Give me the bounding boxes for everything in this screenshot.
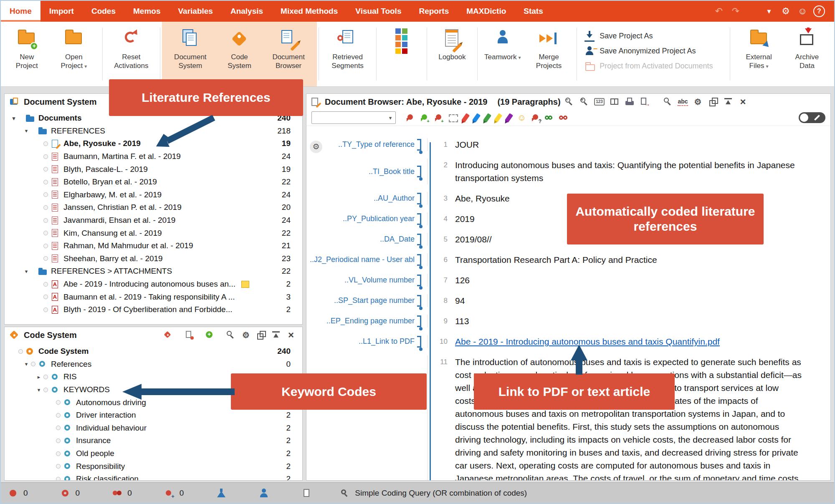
selection-rectangle-icon[interactable] <box>448 113 458 123</box>
emoticode-smiley-icon[interactable] <box>516 113 527 123</box>
document-tree-row[interactable]: Janssen, Christian P. et al. - 2019 20 <box>5 201 302 214</box>
redo-icon[interactable] <box>727 4 744 18</box>
coded-segments-counter[interactable]: 0 <box>164 488 184 498</box>
paragraph-text[interactable]: Transportation Research Part A: Policy a… <box>455 253 830 266</box>
coded-document-icon[interactable] <box>183 329 195 341</box>
code-tree-row[interactable]: Risk classification 2 <box>5 473 302 481</box>
activation-dot-icon[interactable] <box>43 180 48 184</box>
activation-dot-icon[interactable] <box>31 362 35 366</box>
paragraph-text[interactable]: 126 <box>455 274 830 287</box>
code-stripe-label[interactable]: ..L1_Link to PDF <box>306 337 415 346</box>
menu-tab[interactable]: Home <box>1 1 40 22</box>
expand-chevron-icon[interactable] <box>22 128 30 134</box>
teamwork-button[interactable]: Teamwork <box>481 22 524 86</box>
code-in-vivo-icon[interactable]: + <box>433 113 444 123</box>
retrieved-segments-button[interactable]: Retrieved Segments <box>322 22 373 86</box>
save-anonymized-button[interactable]: Save Anonymized Project As <box>584 43 722 58</box>
expand-chevron-icon[interactable] <box>10 115 18 121</box>
search-icon[interactable] <box>662 96 674 108</box>
close-panel-icon[interactable] <box>285 329 297 341</box>
code-stripe-label[interactable]: ..VL_Volume number <box>306 276 415 285</box>
settings-gear-icon[interactable] <box>777 4 794 18</box>
document-tree-row[interactable]: Baumann et al. - 2019 - Taking responsib… <box>5 290 302 303</box>
document-tree-row[interactable]: REFERENCES > ATTACHMENTS 22 <box>5 265 302 278</box>
code-query-icon[interactable]: ? <box>530 113 541 123</box>
highlighter-green-icon[interactable] <box>483 113 491 123</box>
expand-chevron-icon[interactable] <box>35 387 43 393</box>
display-options-icon[interactable] <box>593 96 606 108</box>
menu-tab[interactable]: Analysis <box>222 1 272 22</box>
activation-dot-icon[interactable] <box>56 400 61 405</box>
remove-link-icon[interactable] <box>559 113 569 123</box>
code-stripe-label[interactable]: ..EP_Ending page number <box>306 317 415 325</box>
archive-data-button[interactable]: Archive Data <box>784 22 830 86</box>
activated-codes-counter[interactable]: 0 <box>61 488 80 498</box>
code-bracket-icon[interactable] <box>417 193 421 204</box>
activation-dot-icon[interactable] <box>56 413 61 418</box>
code-matrix-icon[interactable] <box>162 329 175 341</box>
expand-chevron-icon[interactable] <box>22 361 30 367</box>
menu-tab[interactable]: Import <box>40 1 83 22</box>
maximize-panel-icon[interactable] <box>722 96 734 108</box>
code-stripe-label[interactable]: ..TY_Type of reference <box>306 140 415 149</box>
expand-chevron-icon[interactable] <box>35 374 43 380</box>
activation-dot-icon[interactable] <box>43 192 48 197</box>
feedback-smiley-icon[interactable] <box>794 4 811 18</box>
code-bracket-icon[interactable] <box>417 254 421 266</box>
highlighter-purple-icon[interactable] <box>505 113 513 123</box>
menu-tab[interactable]: Reports <box>410 1 458 22</box>
document-tree-row[interactable]: Baumann, Martina F. et al. - 2019 24 <box>5 150 302 163</box>
settings-gear-icon[interactable] <box>692 96 704 108</box>
code-stripe-label[interactable]: ..AU_Author <box>306 194 415 203</box>
close-panel-icon[interactable] <box>737 96 749 108</box>
activation-dot-icon[interactable] <box>43 295 48 299</box>
activation-dot-icon[interactable] <box>18 349 23 354</box>
document-system-button[interactable]: Document System <box>165 22 216 86</box>
code-bracket-icon[interactable] <box>417 315 421 327</box>
code-tree-row[interactable]: Old people 2 <box>5 447 302 460</box>
menu-tab[interactable]: Variables <box>169 1 221 22</box>
activation-dot-icon[interactable] <box>43 218 48 223</box>
spellcheck-icon[interactable] <box>677 96 689 108</box>
activation-dot-icon[interactable] <box>56 477 61 481</box>
paragraph-text[interactable]: JOUR <box>455 138 830 151</box>
document-tree-row[interactable]: Blyth - 2019 - Of Cyberliberation and Fo… <box>5 303 302 316</box>
merge-projects-button[interactable]: Merge Projects <box>524 22 574 86</box>
undock-panel-icon[interactable] <box>707 96 719 108</box>
code-bracket-icon[interactable] <box>417 213 421 225</box>
code-bracket-icon[interactable] <box>417 275 421 286</box>
retrieved-segments-counter[interactable]: 0 <box>112 488 132 498</box>
highlighter-yellow-icon[interactable] <box>494 113 502 123</box>
activation-dot-icon[interactable] <box>56 438 61 443</box>
reset-activations-button[interactable]: Reset Activations <box>106 22 157 86</box>
menu-tab[interactable]: MAXDictio <box>458 1 515 22</box>
menu-tab[interactable]: Visual Tools <box>347 1 410 22</box>
activation-dot-icon[interactable] <box>43 231 48 235</box>
export-document-icon[interactable] <box>638 96 651 108</box>
document-browser-button[interactable]: Document Browser <box>263 22 314 86</box>
activation-dot-icon[interactable] <box>56 464 61 469</box>
sidebar-view-icon[interactable] <box>608 96 621 108</box>
document-tree-row[interactable]: Elgharbawy, M. et al. - 2019 24 <box>5 189 302 202</box>
code-tree-row[interactable]: Responsibility 2 <box>5 460 302 473</box>
mixed-methods-flask-icon[interactable] <box>216 488 226 498</box>
activation-dot-icon[interactable] <box>56 451 61 456</box>
menu-tab[interactable]: Mixed Methods <box>272 1 347 22</box>
document-tree-row[interactable]: Rahman, Md Mahmudur et al. - 2019 21 <box>5 239 302 252</box>
edit-mode-toggle[interactable] <box>799 112 825 123</box>
code-tree-row[interactable]: References 0 <box>5 358 302 371</box>
code-with-new-code-icon[interactable]: + <box>419 113 430 123</box>
code-bracket-icon[interactable] <box>417 336 421 348</box>
code-stripe-label[interactable]: ..J2_Periodical name - User abl <box>306 255 415 264</box>
external-files-button[interactable]: External Files <box>734 22 784 86</box>
code-bracket-icon[interactable] <box>417 295 421 307</box>
logbook-button[interactable]: Logbook <box>430 22 474 86</box>
activation-dot-icon[interactable] <box>43 256 48 261</box>
activation-dot-icon[interactable] <box>43 205 48 210</box>
code-with-selected-code-icon[interactable] <box>405 113 416 123</box>
document-status-icon[interactable] <box>301 488 311 498</box>
new-code-icon[interactable] <box>204 329 216 341</box>
activation-dot-icon[interactable] <box>43 244 48 248</box>
activation-dot-icon[interactable] <box>43 282 48 287</box>
settings-gear-icon[interactable] <box>240 329 252 341</box>
